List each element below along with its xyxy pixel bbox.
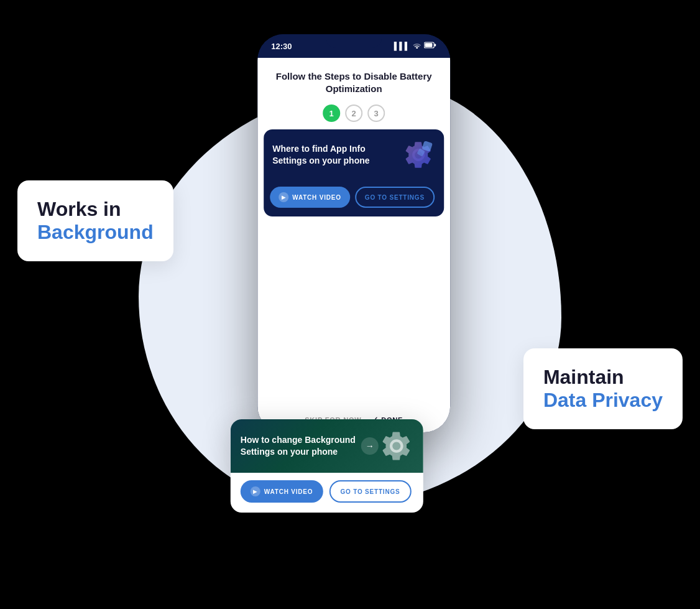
floating-card-text: How to change Background Settings on you… [241,434,372,458]
scene: Works in Background Maintain Data Privac… [0,0,700,609]
step-2[interactable]: 2 [345,105,362,122]
gear-icon-container [402,138,435,172]
signal-icon: ▌▌▌ [394,42,410,50]
svg-rect-2 [425,43,432,47]
label-left-line2: Background [37,221,154,244]
step-1[interactable]: 1 [323,105,340,122]
banner-arrow-icon: → [361,437,379,455]
floating-card-gear-icon [380,429,413,463]
floating-card-banner: How to change Background Settings on you… [231,419,423,473]
label-left-line1: Works in [37,198,154,221]
battery-icon [424,42,436,50]
label-maintain-data-privacy: Maintain Data Privacy [523,348,683,429]
step-3[interactable]: 3 [367,105,385,122]
label-works-in-background: Works in Background [17,180,173,261]
label-right-line1: Maintain [543,366,663,389]
settings-label: GO TO SETTINGS [365,194,425,201]
phone: 12:30 ▌▌▌ [257,34,450,432]
step-indicators: 1 2 3 [257,102,450,129]
status-icons: ▌▌▌ [394,42,437,50]
wifi-icon [413,42,421,50]
card-text: Where to find App Info Settings on your … [272,143,395,167]
phone-time: 12:30 [271,42,292,51]
floating-background-card: How to change Background Settings on you… [231,419,423,513]
floating-watch-label: WATCH VIDEO [264,488,313,495]
floating-watch-video-button[interactable]: ▶ WATCH VIDEO [241,480,323,503]
screen-header: Follow the Steps to Disable Battery Opti… [257,58,450,102]
floating-settings-label: GO TO SETTINGS [340,488,400,495]
floating-play-icon: ▶ [251,486,260,496]
go-to-settings-button[interactable]: GO TO SETTINGS [355,187,435,208]
label-right-line2: Data Privacy [543,389,663,412]
svg-rect-1 [435,44,436,47]
phone-screen: Follow the Steps to Disable Battery Opti… [257,58,450,432]
floating-card-buttons: ▶ WATCH VIDEO GO TO SETTINGS [231,473,423,503]
phone-notch [326,34,382,48]
screen-title: Follow the Steps to Disable Battery Opti… [267,70,440,95]
watch-video-button[interactable]: ▶ WATCH VIDEO [270,187,350,208]
card-buttons: ▶ WATCH VIDEO GO TO SETTINGS [264,180,444,216]
play-icon: ▶ [279,192,288,202]
gear-icon-float [380,430,413,462]
floating-settings-button[interactable]: GO TO SETTINGS [329,480,411,503]
card-content: Where to find App Info Settings on your … [264,129,444,180]
watch-video-label: WATCH VIDEO [292,194,341,201]
app-info-card: Where to find App Info Settings on your … [264,129,444,216]
